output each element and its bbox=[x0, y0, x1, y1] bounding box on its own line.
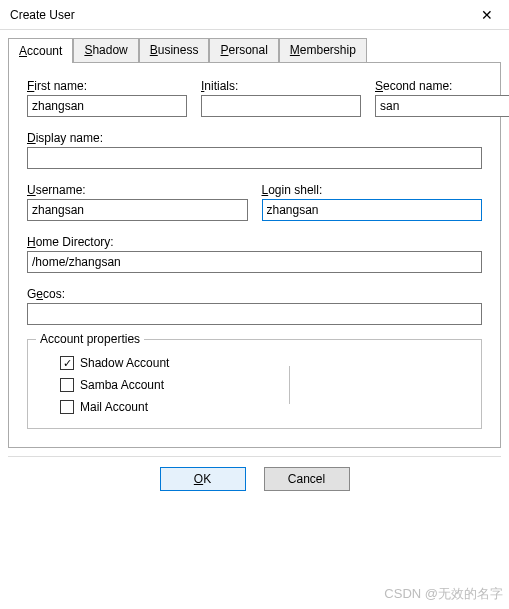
dialog-button-row: OK Cancel bbox=[8, 456, 501, 505]
gecos-input[interactable] bbox=[27, 303, 482, 325]
tab-personal[interactable]: Personal bbox=[209, 38, 278, 62]
close-icon: ✕ bbox=[481, 7, 493, 23]
second-name-input[interactable] bbox=[375, 95, 509, 117]
account-panel: First name: Initials: Second name: Displ… bbox=[8, 63, 501, 448]
field-initials: Initials: bbox=[201, 79, 361, 117]
label-initials: Initials: bbox=[201, 79, 361, 93]
account-properties-group: Account properties ✓ Shadow Account Samb… bbox=[27, 339, 482, 429]
account-properties-legend: Account properties bbox=[36, 332, 144, 346]
check-samba-label: Samba Account bbox=[80, 378, 164, 392]
label-login-shell: Login shell: bbox=[262, 183, 483, 197]
initials-input[interactable] bbox=[201, 95, 361, 117]
window-title: Create User bbox=[10, 8, 75, 22]
field-display-name: Display name: bbox=[27, 131, 482, 169]
tab-account[interactable]: Account bbox=[8, 38, 73, 63]
field-gecos: Gecos: bbox=[27, 287, 482, 325]
tab-membership[interactable]: Membership bbox=[279, 38, 367, 62]
checkbox-icon bbox=[60, 378, 74, 392]
tab-membership-mnemonic: M bbox=[290, 43, 300, 57]
check-samba-account[interactable]: Samba Account bbox=[60, 378, 467, 392]
label-second-name: Second name: bbox=[375, 79, 509, 93]
check-mail-label: Mail Account bbox=[80, 400, 148, 414]
field-home-dir: Home Directory: bbox=[27, 235, 482, 273]
home-dir-input[interactable] bbox=[27, 251, 482, 273]
field-second-name: Second name: bbox=[375, 79, 509, 117]
check-shadow-label: Shadow Account bbox=[80, 356, 169, 370]
label-display-name: Display name: bbox=[27, 131, 482, 145]
row-name: First name: Initials: Second name: bbox=[27, 79, 482, 117]
tab-shadow-label: hadow bbox=[92, 43, 127, 57]
field-username: Username: bbox=[27, 183, 248, 221]
row-display-name: Display name: bbox=[27, 131, 482, 169]
label-home-dir: Home Directory: bbox=[27, 235, 482, 249]
check-shadow-account[interactable]: ✓ Shadow Account bbox=[60, 356, 467, 370]
groupbox-divider bbox=[289, 366, 290, 404]
check-mail-account[interactable]: Mail Account bbox=[60, 400, 467, 414]
label-username: Username: bbox=[27, 183, 248, 197]
row-username-shell: Username: Login shell: bbox=[27, 183, 482, 221]
first-name-input[interactable] bbox=[27, 95, 187, 117]
close-button[interactable]: ✕ bbox=[465, 0, 509, 30]
tab-strip: Account Shadow Business Personal Members… bbox=[8, 38, 501, 63]
row-home-dir: Home Directory: bbox=[27, 235, 482, 273]
field-login-shell: Login shell: bbox=[262, 183, 483, 221]
tab-business-mnemonic: B bbox=[150, 43, 158, 57]
tab-account-label: ccount bbox=[27, 44, 62, 58]
ok-button[interactable]: OK bbox=[160, 467, 246, 491]
checks-list: ✓ Shadow Account Samba Account Mail Acco… bbox=[60, 356, 467, 414]
label-first-name: First name: bbox=[27, 79, 187, 93]
login-shell-input[interactable] bbox=[262, 199, 483, 221]
tab-membership-label: embership bbox=[300, 43, 356, 57]
display-name-input[interactable] bbox=[27, 147, 482, 169]
username-input[interactable] bbox=[27, 199, 248, 221]
row-gecos: Gecos: bbox=[27, 287, 482, 325]
tab-business[interactable]: Business bbox=[139, 38, 210, 62]
titlebar: Create User ✕ bbox=[0, 0, 509, 30]
tab-personal-label: ersonal bbox=[228, 43, 267, 57]
watermark: CSDN @无效的名字 bbox=[384, 585, 503, 603]
cancel-button[interactable]: Cancel bbox=[264, 467, 350, 491]
tab-business-label: usiness bbox=[158, 43, 199, 57]
tab-shadow[interactable]: Shadow bbox=[73, 38, 138, 62]
label-gecos: Gecos: bbox=[27, 287, 482, 301]
field-first-name: First name: bbox=[27, 79, 187, 117]
tab-account-mnemonic: A bbox=[19, 44, 27, 58]
checkbox-icon: ✓ bbox=[60, 356, 74, 370]
checkbox-icon bbox=[60, 400, 74, 414]
